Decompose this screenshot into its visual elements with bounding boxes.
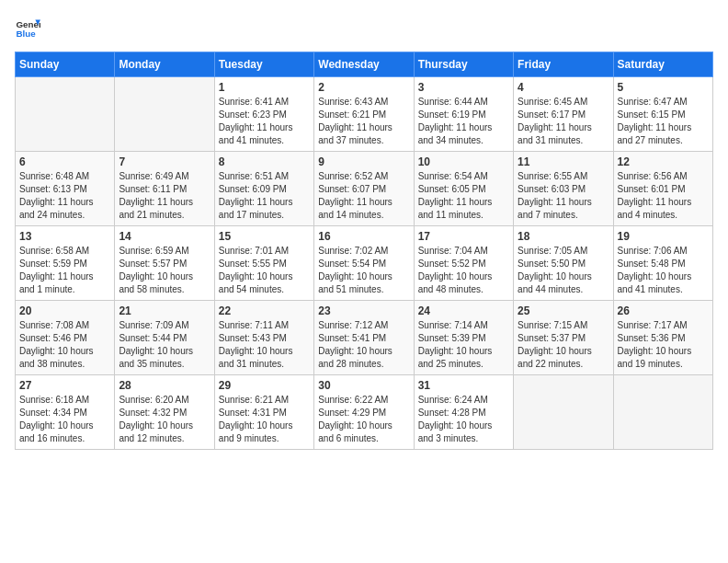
calendar-cell: 9Sunrise: 6:52 AMSunset: 6:07 PMDaylight… [314, 152, 414, 226]
calendar-cell: 22Sunrise: 7:11 AMSunset: 5:43 PMDayligh… [214, 301, 313, 375]
calendar-cell: 31Sunrise: 6:24 AMSunset: 4:28 PMDayligh… [414, 375, 513, 450]
day-number: 31 [418, 379, 509, 392]
day-info: Sunrise: 6:56 AMSunset: 6:01 PMDaylight:… [618, 170, 709, 222]
day-info: Sunrise: 7:02 AMSunset: 5:54 PMDaylight:… [318, 245, 409, 296]
col-header-monday: Monday [115, 52, 214, 77]
page-header: General Blue [15, 15, 713, 40]
col-header-friday: Friday [514, 52, 613, 77]
day-number: 12 [618, 155, 709, 168]
day-info: Sunrise: 7:04 AMSunset: 5:52 PMDaylight:… [418, 245, 509, 296]
day-number: 14 [119, 230, 210, 243]
logo-icon: General Blue [15, 15, 40, 40]
day-info: Sunrise: 7:12 AMSunset: 5:41 PMDaylight:… [318, 319, 409, 371]
calendar-cell: 23Sunrise: 7:12 AMSunset: 5:41 PMDayligh… [314, 301, 414, 375]
day-info: Sunrise: 6:49 AMSunset: 6:11 PMDaylight:… [119, 170, 210, 222]
day-number: 18 [518, 230, 609, 243]
calendar-table: SundayMondayTuesdayWednesdayThursdayFrid… [15, 52, 713, 450]
day-info: Sunrise: 6:54 AMSunset: 6:05 PMDaylight:… [418, 170, 509, 222]
day-info: Sunrise: 7:06 AMSunset: 5:48 PMDaylight:… [618, 245, 709, 296]
calendar-cell: 13Sunrise: 6:58 AMSunset: 5:59 PMDayligh… [16, 226, 115, 301]
day-number: 8 [219, 155, 310, 168]
calendar-cell: 2Sunrise: 6:43 AMSunset: 6:21 PMDaylight… [314, 77, 414, 152]
day-number: 29 [219, 379, 310, 392]
calendar-cell: 18Sunrise: 7:05 AMSunset: 5:50 PMDayligh… [514, 226, 613, 301]
day-info: Sunrise: 7:14 AMSunset: 5:39 PMDaylight:… [418, 319, 509, 371]
day-info: Sunrise: 7:17 AMSunset: 5:36 PMDaylight:… [618, 319, 709, 371]
calendar-cell [514, 375, 613, 450]
day-info: Sunrise: 7:11 AMSunset: 5:43 PMDaylight:… [219, 319, 310, 371]
day-info: Sunrise: 7:05 AMSunset: 5:50 PMDaylight:… [518, 245, 609, 296]
calendar-cell: 26Sunrise: 7:17 AMSunset: 5:36 PMDayligh… [613, 301, 712, 375]
day-number: 26 [618, 304, 709, 317]
day-number: 3 [418, 81, 509, 94]
col-header-sunday: Sunday [16, 52, 115, 77]
day-info: Sunrise: 6:20 AMSunset: 4:32 PMDaylight:… [119, 394, 210, 445]
day-number: 21 [119, 304, 210, 317]
day-number: 13 [19, 230, 110, 243]
calendar-cell: 1Sunrise: 6:41 AMSunset: 6:23 PMDaylight… [214, 77, 313, 152]
day-info: Sunrise: 6:47 AMSunset: 6:15 PMDaylight:… [618, 96, 709, 147]
calendar-cell: 12Sunrise: 6:56 AMSunset: 6:01 PMDayligh… [613, 152, 712, 226]
day-number: 9 [318, 155, 409, 168]
calendar-cell: 17Sunrise: 7:04 AMSunset: 5:52 PMDayligh… [414, 226, 513, 301]
day-info: Sunrise: 7:09 AMSunset: 5:44 PMDaylight:… [119, 319, 210, 371]
calendar-cell: 5Sunrise: 6:47 AMSunset: 6:15 PMDaylight… [613, 77, 712, 152]
day-number: 5 [618, 81, 709, 94]
calendar-cell: 24Sunrise: 7:14 AMSunset: 5:39 PMDayligh… [414, 301, 513, 375]
day-number: 27 [19, 379, 110, 392]
day-info: Sunrise: 7:15 AMSunset: 5:37 PMDaylight:… [518, 319, 609, 371]
day-number: 28 [119, 379, 210, 392]
day-info: Sunrise: 6:44 AMSunset: 6:19 PMDaylight:… [418, 96, 509, 147]
day-number: 25 [518, 304, 609, 317]
day-info: Sunrise: 6:24 AMSunset: 4:28 PMDaylight:… [418, 394, 509, 445]
day-number: 17 [418, 230, 509, 243]
calendar-cell: 30Sunrise: 6:22 AMSunset: 4:29 PMDayligh… [314, 375, 414, 450]
calendar-cell: 15Sunrise: 7:01 AMSunset: 5:55 PMDayligh… [214, 226, 313, 301]
logo: General Blue [15, 15, 44, 40]
day-number: 6 [19, 155, 110, 168]
calendar-cell [16, 77, 115, 152]
day-info: Sunrise: 6:45 AMSunset: 6:17 PMDaylight:… [518, 96, 609, 147]
day-number: 24 [418, 304, 509, 317]
day-number: 2 [318, 81, 409, 94]
calendar-cell: 11Sunrise: 6:55 AMSunset: 6:03 PMDayligh… [514, 152, 613, 226]
day-info: Sunrise: 6:51 AMSunset: 6:09 PMDaylight:… [219, 170, 310, 222]
calendar-cell [115, 77, 214, 152]
day-number: 15 [219, 230, 310, 243]
day-info: Sunrise: 6:55 AMSunset: 6:03 PMDaylight:… [518, 170, 609, 222]
day-info: Sunrise: 6:59 AMSunset: 5:57 PMDaylight:… [119, 245, 210, 296]
day-number: 11 [518, 155, 609, 168]
day-info: Sunrise: 6:41 AMSunset: 6:23 PMDaylight:… [219, 96, 310, 147]
day-info: Sunrise: 6:58 AMSunset: 5:59 PMDaylight:… [19, 245, 110, 296]
day-number: 1 [219, 81, 310, 94]
day-number: 20 [19, 304, 110, 317]
calendar-cell: 21Sunrise: 7:09 AMSunset: 5:44 PMDayligh… [115, 301, 214, 375]
day-number: 30 [318, 379, 409, 392]
day-info: Sunrise: 6:43 AMSunset: 6:21 PMDaylight:… [318, 96, 409, 147]
calendar-cell: 19Sunrise: 7:06 AMSunset: 5:48 PMDayligh… [613, 226, 712, 301]
calendar-cell: 6Sunrise: 6:48 AMSunset: 6:13 PMDaylight… [16, 152, 115, 226]
day-number: 7 [119, 155, 210, 168]
day-number: 10 [418, 155, 509, 168]
day-info: Sunrise: 6:48 AMSunset: 6:13 PMDaylight:… [19, 170, 110, 222]
calendar-cell: 8Sunrise: 6:51 AMSunset: 6:09 PMDaylight… [214, 152, 313, 226]
calendar-cell: 4Sunrise: 6:45 AMSunset: 6:17 PMDaylight… [514, 77, 613, 152]
day-info: Sunrise: 6:18 AMSunset: 4:34 PMDaylight:… [19, 394, 110, 445]
day-number: 19 [618, 230, 709, 243]
calendar-cell: 16Sunrise: 7:02 AMSunset: 5:54 PMDayligh… [314, 226, 414, 301]
col-header-saturday: Saturday [613, 52, 712, 77]
col-header-tuesday: Tuesday [214, 52, 313, 77]
day-info: Sunrise: 6:22 AMSunset: 4:29 PMDaylight:… [318, 394, 409, 445]
day-number: 22 [219, 304, 310, 317]
day-info: Sunrise: 6:52 AMSunset: 6:07 PMDaylight:… [318, 170, 409, 222]
calendar-cell: 28Sunrise: 6:20 AMSunset: 4:32 PMDayligh… [115, 375, 214, 450]
col-header-wednesday: Wednesday [314, 52, 414, 77]
svg-text:Blue: Blue [16, 29, 36, 39]
calendar-cell: 20Sunrise: 7:08 AMSunset: 5:46 PMDayligh… [16, 301, 115, 375]
day-info: Sunrise: 7:08 AMSunset: 5:46 PMDaylight:… [19, 319, 110, 371]
col-header-thursday: Thursday [414, 52, 513, 77]
calendar-cell: 7Sunrise: 6:49 AMSunset: 6:11 PMDaylight… [115, 152, 214, 226]
day-info: Sunrise: 7:01 AMSunset: 5:55 PMDaylight:… [219, 245, 310, 296]
day-number: 23 [318, 304, 409, 317]
calendar-cell: 29Sunrise: 6:21 AMSunset: 4:31 PMDayligh… [214, 375, 313, 450]
